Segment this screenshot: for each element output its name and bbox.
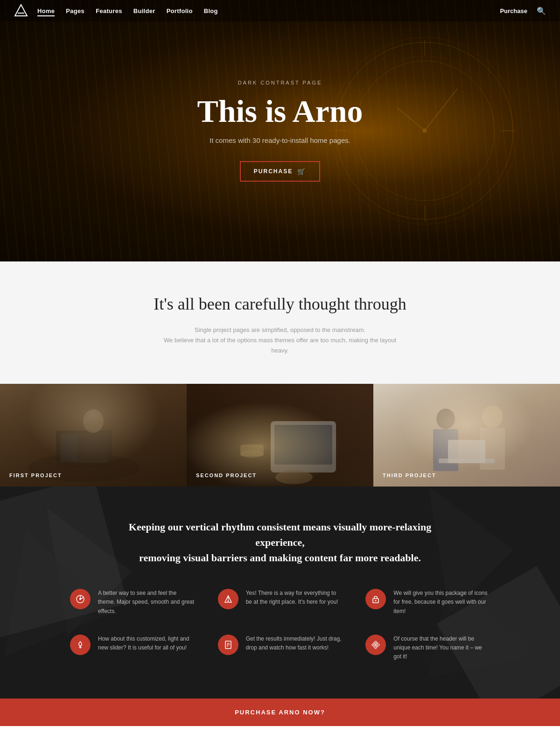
feature-icon-6 bbox=[365, 635, 386, 655]
site-logo[interactable] bbox=[14, 4, 28, 18]
hero-cta-label: PURCHASE bbox=[254, 168, 293, 175]
dark-section-content: Keeping our vertical rhythm consistent m… bbox=[28, 519, 532, 661]
feature-icon-5 bbox=[218, 635, 238, 655]
hero-title: This is Arno bbox=[197, 94, 363, 129]
portfolio-label-1: FIRST PROJECT bbox=[9, 473, 62, 478]
portfolio-overlay-2 bbox=[187, 384, 373, 487]
svg-point-49 bbox=[79, 598, 81, 600]
feature-text-2: Yes! There is a way for everything to be… bbox=[246, 589, 343, 607]
features-section: It's all been carefully thought through … bbox=[0, 261, 560, 384]
dark-features-section: Keeping our vertical rhythm consistent m… bbox=[0, 487, 560, 699]
nav-link-builder[interactable]: Builder bbox=[133, 7, 155, 14]
nav-link-blog[interactable]: Blog bbox=[204, 7, 218, 14]
feature-item-1: A better way to see and feel the theme. … bbox=[70, 589, 195, 616]
feature-item-4: How about this customized, light and new… bbox=[70, 635, 195, 662]
nav-link-features[interactable]: Features bbox=[96, 7, 122, 14]
cart-icon: 🛒 bbox=[297, 168, 306, 175]
feature-icon-4 bbox=[70, 635, 91, 655]
footer-cta-text[interactable]: PURCHASE ARNO NOW? bbox=[19, 709, 541, 716]
nav-links: Home Pages Features Builder Portfolio Bl… bbox=[37, 7, 500, 15]
svg-point-64 bbox=[372, 644, 374, 646]
nav-link-pages[interactable]: Pages bbox=[66, 7, 84, 14]
portfolio-item-2[interactable]: SECOND PROJECT bbox=[187, 384, 373, 487]
svg-marker-0 bbox=[15, 5, 27, 16]
nav-right: Purchase 🔍 bbox=[500, 7, 546, 15]
feature-text-3: We will give you this package of icons f… bbox=[393, 589, 490, 616]
feature-item-6: Of course that the header will be unique… bbox=[365, 635, 490, 662]
portfolio-item-1[interactable]: FIRST PROJECT bbox=[0, 384, 187, 487]
feature-icon-3 bbox=[365, 589, 386, 609]
portfolio-overlay-3 bbox=[373, 384, 560, 487]
hero-subtitle: DARK CONTRAST PAGE bbox=[197, 80, 363, 85]
nav-item-home[interactable]: Home bbox=[37, 7, 55, 15]
nav-item-pages[interactable]: Pages bbox=[66, 7, 84, 15]
dark-section-title: Keeping our vertical rhythm consistent m… bbox=[117, 519, 443, 565]
hero-purchase-button[interactable]: PURCHASE 🛒 bbox=[240, 161, 320, 182]
svg-point-53 bbox=[375, 600, 377, 601]
nav-item-portfolio[interactable]: Portfolio bbox=[167, 7, 193, 15]
feature-icon-2 bbox=[218, 589, 238, 609]
nav-purchase-link[interactable]: Purchase bbox=[500, 7, 527, 14]
hero-content: DARK CONTRAST PAGE This is Arno It comes… bbox=[197, 80, 363, 182]
feature-item-5: Get the results immediately! Just drag, … bbox=[218, 635, 343, 662]
portfolio-item-3[interactable]: THIRD PROJECT bbox=[373, 384, 560, 487]
nav-link-home[interactable]: Home bbox=[37, 7, 55, 16]
nav-item-builder[interactable]: Builder bbox=[133, 7, 155, 15]
feature-text-6: Of course that the header will be unique… bbox=[393, 635, 490, 662]
portfolio-grid: FIRST PROJECT bbox=[0, 384, 560, 487]
features-description: Single project pages are simplified, opp… bbox=[163, 325, 397, 356]
footer-cta[interactable]: PURCHASE ARNO NOW? bbox=[0, 699, 560, 726]
svg-point-51 bbox=[227, 600, 229, 602]
nav-link-portfolio[interactable]: Portfolio bbox=[167, 7, 193, 14]
hero-section: DARK CONTRAST PAGE This is Arno It comes… bbox=[0, 0, 560, 261]
portfolio-overlay-1 bbox=[0, 384, 187, 487]
feature-item-3: We will give you this package of icons f… bbox=[365, 589, 490, 616]
svg-point-63 bbox=[375, 647, 377, 649]
nav-item-features[interactable]: Features bbox=[96, 7, 122, 15]
portfolio-label-3: THIRD PROJECT bbox=[383, 473, 436, 478]
features-grid: A better way to see and feel the theme. … bbox=[70, 589, 490, 661]
feature-item-2: Yes! There is a way for everything to be… bbox=[218, 589, 343, 616]
features-title: It's all been carefully thought through bbox=[19, 294, 541, 314]
feature-text-4: How about this customized, light and new… bbox=[98, 635, 195, 652]
feature-text-5: Get the results immediately! Just drag, … bbox=[246, 635, 343, 652]
navbar: Home Pages Features Builder Portfolio Bl… bbox=[0, 0, 560, 21]
feature-icon-1 bbox=[70, 589, 91, 609]
svg-point-62 bbox=[375, 641, 377, 643]
nav-item-blog[interactable]: Blog bbox=[204, 7, 218, 15]
portfolio-label-2: SECOND PROJECT bbox=[196, 473, 257, 478]
svg-point-65 bbox=[378, 644, 379, 646]
hero-description: It comes with 30 ready-to-install home p… bbox=[197, 136, 363, 144]
search-icon[interactable]: 🔍 bbox=[537, 7, 546, 15]
feature-text-1: A better way to see and feel the theme. … bbox=[98, 589, 195, 616]
